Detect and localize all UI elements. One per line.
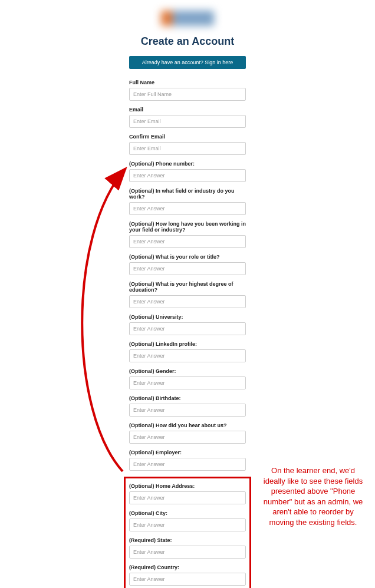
- full-name-input[interactable]: [129, 88, 246, 101]
- page-title: Create an Account: [0, 35, 375, 48]
- field-industry-label: (Optional) In what field or industry do …: [129, 188, 246, 200]
- city-label: (Optional) City:: [129, 510, 246, 516]
- hear-input[interactable]: [129, 431, 246, 444]
- country-input[interactable]: [129, 573, 246, 586]
- education-label: (Optional) What is your highest degree o…: [129, 281, 246, 293]
- home-address-input[interactable]: [129, 491, 246, 504]
- education-input[interactable]: [129, 295, 246, 308]
- tenure-label: (Optional) How long have you been workin…: [129, 221, 246, 233]
- annotation-text: On the learner end, we'd ideally like to…: [263, 465, 363, 527]
- confirm-email-input[interactable]: [129, 142, 246, 155]
- brand-logo: [161, 11, 214, 26]
- employer-label: (Optional) Employer:: [129, 450, 246, 455]
- full-name-label: Full Name: [129, 80, 246, 85]
- city-input[interactable]: [129, 518, 246, 531]
- home-address-label: (Optional) Home Address:: [129, 483, 246, 489]
- phone-input[interactable]: [129, 169, 246, 182]
- role-label: (Optional) What is your role or title?: [129, 254, 246, 260]
- highlighted-fields-box: (Optional) Home Address: (Optional) City…: [124, 477, 251, 588]
- employer-input[interactable]: [129, 458, 246, 471]
- email-input[interactable]: [129, 115, 246, 128]
- field-industry-input[interactable]: [129, 202, 246, 215]
- confirm-email-label: Confirm Email: [129, 134, 246, 140]
- birthdate-label: (Optional) Birthdate:: [129, 395, 246, 401]
- university-input[interactable]: [129, 322, 246, 335]
- university-label: (Optional) University:: [129, 314, 246, 320]
- linkedin-label: (Optional) LinkedIn profile:: [129, 341, 246, 347]
- tenure-input[interactable]: [129, 235, 246, 248]
- gender-label: (Optional) Gender:: [129, 368, 246, 374]
- state-input[interactable]: [129, 546, 246, 559]
- role-input[interactable]: [129, 262, 246, 275]
- signin-button[interactable]: Already have an account? Sign in here: [129, 56, 246, 69]
- email-label: Email: [129, 107, 246, 113]
- gender-input[interactable]: [129, 376, 246, 389]
- linkedin-input[interactable]: [129, 349, 246, 362]
- hear-label: (Optional) How did you hear about us?: [129, 422, 246, 428]
- country-label: (Required) Country:: [129, 564, 246, 570]
- phone-label: (Optional) Phone number:: [129, 161, 246, 167]
- birthdate-input[interactable]: [129, 404, 246, 417]
- signup-form: Already have an account? Sign in here Fu…: [129, 56, 246, 588]
- state-label: (Required) State:: [129, 537, 246, 543]
